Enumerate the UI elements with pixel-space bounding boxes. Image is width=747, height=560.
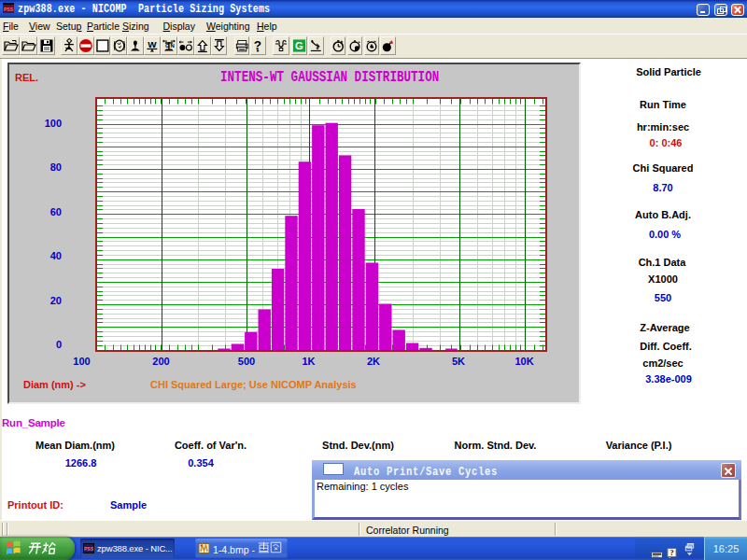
svg-text:N: N xyxy=(171,43,175,49)
svg-text:?: ? xyxy=(254,38,261,52)
svg-text:G: G xyxy=(295,40,303,51)
svg-text:W: W xyxy=(148,39,157,49)
svg-text:G: G xyxy=(165,43,170,49)
svg-text:?: ? xyxy=(669,549,673,557)
